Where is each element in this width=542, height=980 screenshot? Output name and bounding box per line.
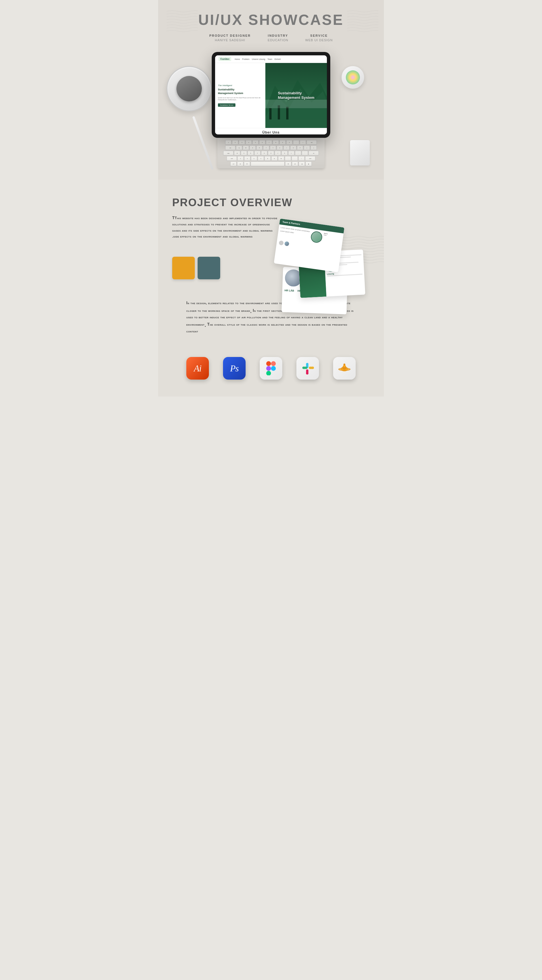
key-bracket-r: ] — [310, 145, 317, 150]
tablet-hero-italic: The Intelligent — [218, 84, 262, 87]
key-semi: ; — [295, 151, 301, 155]
key-dot: . — [292, 156, 298, 161]
swatch-yellow — [172, 257, 195, 279]
key-b: B — [264, 156, 271, 161]
key-2: 2 — [232, 140, 238, 145]
meta-label-product: PRODUCT DESIGNER — [209, 34, 251, 37]
key-4: 4 — [246, 140, 252, 145]
nav-home: Home — [235, 58, 240, 60]
swatch-teal — [198, 257, 220, 279]
tools-section: Ai Ps — [158, 348, 384, 396]
speaker-decoration — [342, 66, 367, 92]
key-z: Z — [237, 156, 244, 161]
slides-mockup: Team & Partners Lorem ipsum dolor sit am… — [260, 223, 364, 322]
meta-value-product: HANIYE SADEGHI — [209, 38, 251, 42]
key-8: 8 — [273, 140, 279, 145]
tablet-hero-large: SustainabilityManagement System — [218, 88, 262, 95]
key-1: 1 — [225, 140, 232, 145]
svg-rect-15 — [302, 367, 305, 369]
key-left: ◀ — [299, 162, 305, 166]
key-alt-r: alt — [292, 162, 298, 166]
key-j: J — [275, 151, 281, 155]
key-shift-r: shift — [305, 156, 315, 161]
key-space — [251, 162, 285, 166]
key-9: 9 — [280, 140, 286, 145]
key-e: E — [250, 145, 256, 150]
bullet-1: . — [250, 309, 252, 314]
meta-service: SERVICE WEB UI DESIGN — [305, 34, 332, 42]
nav-loesung: Unsere Lösung — [252, 58, 265, 60]
key-g: G — [261, 151, 267, 155]
tool-photoshop-icon: Ps — [223, 357, 246, 380]
keyboard-row-3: caps A S D F G H J K L ; ' ret — [219, 151, 323, 155]
meta-label-industry: INDUSTRY — [268, 34, 288, 37]
keyboard-row-5: ctrl alt ⌘ ⌘ alt ◀ ▶ — [219, 162, 323, 166]
svg-point-25 — [343, 364, 345, 366]
tablet-cta-button[interactable]: Kontaktieren Sie uns — [218, 103, 235, 107]
tablet-right-panel: SustainabilityManagement System — [265, 63, 327, 128]
svg-rect-9 — [266, 366, 271, 371]
meta-product-designer: PRODUCT DESIGNER HANIYE SADEGHI — [209, 34, 251, 42]
figma-svg — [265, 361, 277, 375]
key-v: V — [258, 156, 264, 161]
tablet-left-panel: The Intelligent SustainabilityManagement… — [215, 63, 265, 128]
keyboard-row-4: shift Z X C V B N M , . / shift — [219, 156, 323, 161]
nav-problem: Problem — [242, 58, 250, 60]
design-drop-cap: I — [186, 301, 188, 305]
key-quote: ' — [302, 151, 308, 155]
key-m: M — [278, 156, 284, 161]
key-5: 5 — [253, 140, 259, 145]
tablet-navbar: ©unitec Home Problem Unsere Lösung Team … — [215, 56, 327, 63]
meta-value-industry: EDUCATION — [268, 38, 288, 42]
key-s: S — [241, 151, 247, 155]
svg-rect-17 — [312, 367, 314, 369]
headphone-inner — [176, 76, 202, 102]
keyboard-mockup: 1 2 3 4 5 6 7 8 9 0 - = del tab Q — [217, 138, 325, 168]
tablet-mockup: ©unitec Home Problem Unsere Lösung Team … — [212, 52, 330, 168]
svg-rect-13 — [306, 363, 308, 366]
design-third-sentence-start: T — [207, 322, 210, 326]
key-l: L — [288, 151, 294, 155]
key-t: T — [263, 145, 269, 150]
key-p: P — [297, 145, 303, 150]
design-second-sentence-start: I — [253, 308, 254, 313]
svg-point-11 — [271, 366, 276, 371]
tool-figma-icon — [260, 357, 282, 380]
key-w: W — [243, 145, 249, 150]
team-avatar-1 — [310, 231, 323, 243]
svg-rect-7 — [266, 361, 271, 366]
bullet-2: . — [205, 322, 207, 328]
key-ctrl: ctrl — [230, 162, 237, 166]
key-caps: caps — [223, 151, 234, 155]
key-comma: , — [285, 156, 291, 161]
key-n: N — [271, 156, 278, 161]
hero-section: UI/UX SHOWCASE PRODUCT DESIGNER HANIYE S… — [158, 0, 384, 49]
tablet-nav: Home Problem Unsere Lösung Team Einheit — [235, 58, 281, 60]
project-title: PROJECT OVERVIEW — [172, 197, 370, 209]
key-minus: - — [293, 140, 299, 145]
keyboard-row-1: 1 2 3 4 5 6 7 8 9 0 - = del — [219, 140, 323, 145]
deco-waves-right — [344, 8, 378, 42]
key-shift-l: shift — [227, 156, 237, 161]
key-o: O — [290, 145, 296, 150]
deco-waves-left — [164, 8, 198, 42]
slide-card-team: Team & Partners Lorem ipsum dolor sit am… — [274, 219, 344, 272]
key-h: H — [268, 151, 274, 155]
key-plus: = — [300, 140, 306, 145]
svg-rect-8 — [271, 361, 276, 366]
project-section: PROJECT OVERVIEW TThis website has been … — [158, 180, 384, 291]
key-u: U — [277, 145, 283, 150]
bullet-point: . — [172, 234, 173, 239]
tool-ai-label: Ai — [194, 363, 201, 374]
key-x: X — [244, 156, 250, 161]
key-7: 7 — [266, 140, 272, 145]
tablet-uber-uns: Über Uns — [215, 128, 327, 134]
tablet-frame: ©unitec Home Problem Unsere Lösung Team … — [212, 52, 330, 138]
tool-ps-label: Ps — [230, 363, 238, 374]
tablet-hero: The Intelligent SustainabilityManagement… — [215, 63, 327, 128]
tool-slack-icon — [296, 357, 319, 380]
mouse-block-decoration — [350, 140, 370, 165]
meta-value-service: WEB UI DESIGN — [305, 38, 332, 42]
key-0: 0 — [286, 140, 292, 145]
tablet-main-title: SustainabilityManagement System — [278, 91, 314, 100]
